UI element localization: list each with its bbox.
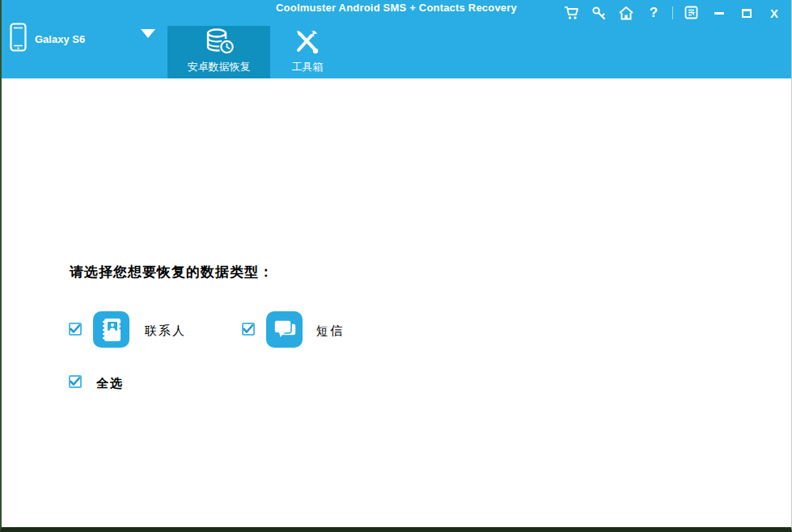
help-icon[interactable]: ?: [645, 4, 663, 22]
select-all-label: 全选: [96, 376, 124, 391]
device-selector[interactable]: Galaxy S6: [10, 23, 85, 55]
feedback-icon[interactable]: [683, 4, 701, 22]
titlebar-icons: ? X: [562, 4, 783, 22]
toolbox-icon: [293, 28, 322, 56]
header-bar: Coolmuster Android SMS + Contacts Recove…: [2, 0, 791, 78]
select-all-checkbox[interactable]: [69, 375, 82, 388]
tab-label: 工具箱: [292, 60, 324, 74]
database-recovery-icon: [203, 28, 235, 56]
help-glyph: ?: [650, 5, 658, 21]
maximize-icon[interactable]: [738, 4, 756, 22]
key-icon[interactable]: [590, 4, 608, 22]
main-content: 请选择您想要恢复的数据类型： 联系人: [2, 78, 791, 527]
cart-icon[interactable]: [562, 4, 580, 22]
sms-icon[interactable]: [266, 311, 303, 348]
sms-checkbox[interactable]: [242, 323, 255, 336]
chevron-down-icon[interactable]: [141, 29, 155, 38]
home-icon[interactable]: [617, 4, 635, 22]
tab-toolbox[interactable]: 工具箱: [273, 26, 341, 78]
minimize-icon[interactable]: [710, 4, 728, 22]
sms-label: 短信: [316, 323, 344, 339]
contacts-icon[interactable]: [93, 311, 129, 348]
titlebar-divider: [672, 6, 673, 19]
close-icon[interactable]: X: [765, 4, 783, 22]
close-glyph: X: [770, 6, 778, 20]
contacts-label: 联系人: [145, 323, 186, 339]
select-data-type-heading: 请选择您想要恢复的数据类型：: [70, 263, 273, 281]
device-name: Galaxy S6: [35, 33, 85, 45]
app-window: Coolmuster Android SMS + Contacts Recove…: [0, 0, 792, 532]
phone-icon: [10, 23, 27, 55]
tab-android-data-recovery[interactable]: 安卓数据恢复: [167, 26, 270, 78]
tab-label: 安卓数据恢复: [188, 60, 251, 74]
contacts-checkbox[interactable]: [69, 323, 82, 336]
